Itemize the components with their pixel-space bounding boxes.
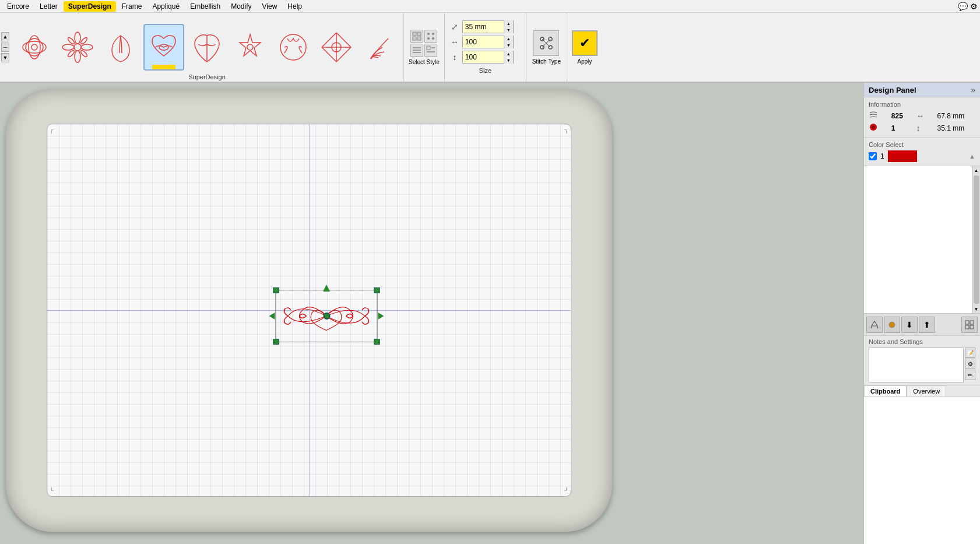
scroll-mid-arrow[interactable]: ─ bbox=[1, 43, 9, 52]
color-area: ▲ ▼ bbox=[864, 166, 980, 314]
svg-point-8 bbox=[67, 37, 75, 45]
color-select-label: Color Select bbox=[869, 141, 975, 148]
menu-applique[interactable]: Appliqué bbox=[147, 1, 184, 12]
notes-textarea[interactable] bbox=[869, 348, 964, 382]
scale-y-up-btn[interactable]: ▲ bbox=[504, 51, 513, 57]
color-number: 1 bbox=[880, 152, 884, 160]
scale-y-down-btn[interactable]: ▼ bbox=[504, 57, 513, 64]
tab-clipboard[interactable]: Clipboard bbox=[864, 385, 907, 396]
panel-tool-grid[interactable] bbox=[961, 317, 978, 333]
size-value-input[interactable] bbox=[463, 21, 504, 33]
select-style-dot-btn[interactable] bbox=[424, 30, 437, 43]
thumb-item-8[interactable] bbox=[316, 24, 357, 71]
size-down-btn[interactable]: ▼ bbox=[504, 27, 513, 33]
menu-encore[interactable]: Encore bbox=[2, 1, 34, 12]
scroll-up-arrow[interactable]: ▲ bbox=[1, 32, 9, 41]
stitch-count-icon bbox=[869, 110, 889, 121]
select-style-mix-btn[interactable] bbox=[424, 44, 437, 57]
color-swatch[interactable] bbox=[888, 150, 917, 162]
select-style-grid-btn[interactable] bbox=[410, 30, 423, 43]
svg-point-21 bbox=[427, 37, 430, 40]
svg-point-9 bbox=[80, 50, 88, 58]
handle-middle-left[interactable] bbox=[269, 313, 275, 320]
notes-section: Notes and Settings 📝 ⚙ ✏ bbox=[864, 336, 980, 385]
handle-bottom-left[interactable] bbox=[273, 339, 279, 345]
scroll-down-arrow[interactable]: ▼ bbox=[1, 53, 9, 62]
width-icon: ↔ bbox=[916, 111, 935, 120]
thumb-item-2[interactable] bbox=[57, 24, 98, 71]
panel-collapse-btn[interactable]: » bbox=[971, 85, 975, 94]
thumb-item-7[interactable] bbox=[273, 24, 314, 71]
thumb-item-3[interactable] bbox=[100, 24, 141, 71]
handle-top-right[interactable] bbox=[374, 287, 380, 293]
menu-letter[interactable]: Letter bbox=[35, 1, 62, 12]
svg-point-13 bbox=[247, 44, 253, 50]
svg-rect-17 bbox=[413, 37, 416, 40]
menu-help[interactable]: Help bbox=[283, 1, 307, 12]
svg-rect-18 bbox=[417, 37, 421, 40]
color-checkbox[interactable] bbox=[869, 152, 877, 160]
svg-rect-15 bbox=[413, 32, 416, 36]
panel-toolbar: ⬇ ⬆ bbox=[864, 314, 980, 336]
handle-top-middle[interactable] bbox=[323, 285, 330, 292]
height-icon: ↕ bbox=[916, 124, 935, 132]
stitch-type-button[interactable] bbox=[533, 30, 559, 56]
notes-tool-1[interactable]: 📝 bbox=[965, 348, 975, 358]
size-up-btn[interactable]: ▲ bbox=[504, 20, 513, 27]
thumbnail-section-label: SuperDesign bbox=[188, 73, 226, 80]
color-scroll-up[interactable]: ▲ bbox=[972, 166, 981, 174]
system-icon2: ⚙ bbox=[970, 2, 978, 11]
thumb-item-5[interactable] bbox=[187, 24, 227, 71]
handle-bottom-right[interactable] bbox=[374, 339, 380, 345]
menu-superdesign[interactable]: SuperDesign bbox=[64, 1, 116, 12]
thumb-item-9[interactable] bbox=[359, 24, 400, 71]
svg-point-11 bbox=[67, 50, 75, 58]
corner-mark-tl: ┌ bbox=[50, 127, 54, 133]
select-style-label: Select Style bbox=[409, 59, 440, 65]
panel-tool-down[interactable]: ⬇ bbox=[901, 317, 918, 333]
scale-x-up-btn[interactable]: ▲ bbox=[504, 36, 513, 42]
menu-view[interactable]: View bbox=[258, 1, 282, 12]
hoop-outer: ┌ ┐ └ ┘ bbox=[6, 89, 612, 532]
svg-point-6 bbox=[62, 44, 74, 50]
thumbnail-strip: SuperDesign bbox=[10, 13, 404, 82]
hoop-inner: ┌ ┐ └ ┘ bbox=[47, 124, 571, 497]
handle-middle-right[interactable] bbox=[378, 313, 384, 320]
thumb-item-6[interactable] bbox=[230, 24, 271, 71]
apply-button[interactable]: ✔ bbox=[572, 30, 598, 56]
menu-embellish[interactable]: Embellish bbox=[185, 1, 225, 12]
tabs-section: Clipboard Overview bbox=[864, 385, 980, 397]
handle-center[interactable] bbox=[323, 313, 330, 320]
handle-top-left[interactable] bbox=[273, 287, 279, 293]
panel-tool-palette[interactable] bbox=[866, 317, 883, 333]
panel-tool-color[interactable] bbox=[884, 317, 900, 333]
size-label: Size bbox=[449, 67, 521, 74]
menu-modify[interactable]: Modify bbox=[226, 1, 256, 12]
info-section: Information 825 ↔ 67.8 mm 1 ↕ 35.1 mm bbox=[864, 97, 980, 138]
scale-x-input-wrap: ▲ ▼ bbox=[462, 36, 514, 48]
notes-tool-3[interactable]: ✏ bbox=[965, 370, 975, 380]
scale-x-down-btn[interactable]: ▼ bbox=[504, 42, 513, 48]
design-bounding-box[interactable] bbox=[276, 290, 378, 342]
scale-x-input[interactable] bbox=[463, 36, 504, 48]
thumb-item-1[interactable] bbox=[14, 24, 55, 71]
notes-tool-2[interactable]: ⚙ bbox=[965, 359, 975, 369]
color-scroll-down[interactable]: ▼ bbox=[972, 305, 981, 313]
svg-rect-38 bbox=[965, 321, 969, 324]
system-icon1: 💬 bbox=[958, 2, 968, 11]
selection-indicator bbox=[152, 65, 175, 69]
panel-header: Design Panel » bbox=[864, 83, 980, 97]
tab-overview[interactable]: Overview bbox=[907, 385, 946, 396]
canvas-area[interactable]: ┌ ┐ └ ┘ bbox=[0, 83, 863, 544]
thumb-item-4[interactable] bbox=[143, 24, 184, 71]
select-style-line-btn[interactable] bbox=[410, 44, 423, 57]
design-wrapper[interactable] bbox=[276, 290, 378, 342]
corner-mark-br: ┘ bbox=[564, 487, 568, 494]
svg-rect-40 bbox=[965, 325, 969, 329]
size-resize-icon: ⤢ bbox=[449, 22, 460, 31]
thumb-scroll-left: ▲ ─ ▼ bbox=[0, 13, 10, 82]
scale-y-input[interactable] bbox=[463, 51, 504, 63]
menu-frame[interactable]: Frame bbox=[117, 1, 147, 12]
panel-tool-up[interactable]: ⬆ bbox=[919, 317, 935, 333]
size-section: ⤢ ▲ ▼ ↔ ▲ ▼ ↕ bbox=[445, 13, 526, 82]
